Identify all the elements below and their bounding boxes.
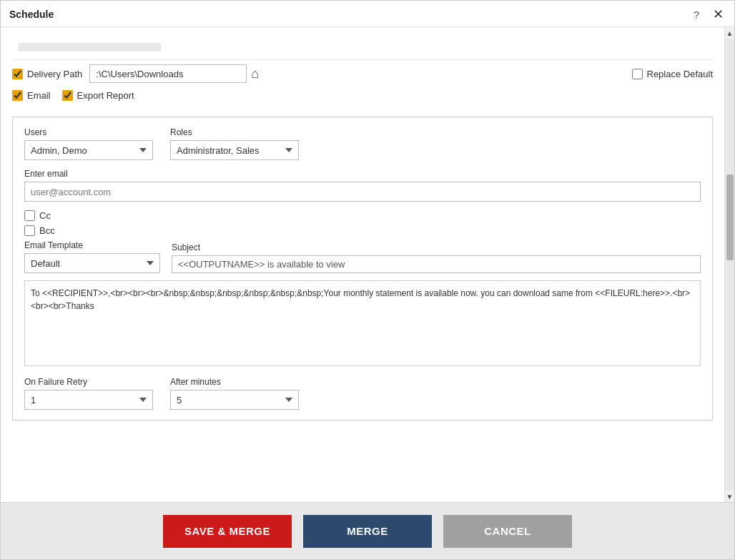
cc-checkbox[interactable] [24,210,35,221]
help-icon[interactable]: ? [689,6,704,22]
subject-label: Subject [172,242,701,252]
email-checkbox-label[interactable]: Email [12,90,51,101]
main-area: Delivery Path ⌂ Replace Default [1,27,734,502]
merge-button[interactable]: MERGE [303,515,432,548]
email-template-label: Email Template [24,240,160,250]
close-button[interactable]: ✕ [710,6,726,22]
content-spacer [1,426,724,502]
on-failure-retry-select[interactable]: 1 2 3 [24,390,153,410]
dialog-title: Schedule [9,9,54,20]
footer: SAVE & MERGE MERGE CANCEL [1,502,734,559]
email-checkbox[interactable] [12,90,23,101]
on-failure-retry-group: On Failure Retry 1 2 3 [24,377,153,410]
export-report-checkbox[interactable] [62,90,73,101]
bcc-label: Bcc [39,225,55,236]
home-icon[interactable]: ⌂ [251,67,259,82]
after-minutes-select[interactable]: 5 10 15 30 [170,390,299,410]
delivery-path-checkbox-label[interactable]: Delivery Path [12,69,82,79]
scrollable-content: Delivery Path ⌂ Replace Default [1,27,724,502]
bcc-checkbox[interactable] [24,225,35,236]
users-group: Users Admin, Demo [24,127,153,160]
scrolled-row [12,34,713,60]
email-export-row: Email Export Report [12,87,713,105]
template-subject-row: Email Template Default Subject [24,240,701,273]
scrollbar: ▲ ▼ [724,27,734,502]
scroll-thumb[interactable] [726,175,734,260]
replace-default-checkbox[interactable] [632,69,643,79]
enter-email-label: Enter email [24,169,701,179]
delivery-path-row: Delivery Path ⌂ Replace Default [12,60,713,87]
email-template-group: Email Template Default [24,240,160,273]
after-minutes-group: After minutes 5 10 15 30 [170,377,299,410]
on-failure-retry-label: On Failure Retry [24,377,153,387]
roles-select[interactable]: Administrator, Sales [170,140,299,160]
save-merge-button[interactable]: SAVE & MERGE [163,515,292,548]
subject-group: Subject [172,242,701,273]
roles-group: Roles Administrator, Sales [170,127,299,160]
enter-email-group: Enter email [24,169,701,202]
scroll-track[interactable] [725,39,735,491]
delivery-path-input[interactable] [89,64,247,83]
retry-row: On Failure Retry 1 2 3 After minutes 5 1… [24,377,701,410]
top-section: Delivery Path ⌂ Replace Default [1,27,724,111]
title-bar: Schedule ? ✕ [1,1,734,27]
form-card: Users Admin, Demo Roles Administrator, S… [12,117,713,421]
replace-default-wrap: Replace Default [632,69,714,79]
scrolled-placeholder [18,43,161,51]
bcc-checkbox-label[interactable]: Bcc [24,225,701,236]
replace-default-label: Replace Default [647,69,714,79]
delivery-path-label: Delivery Path [27,69,82,79]
export-report-checkbox-label[interactable]: Export Report [62,90,134,101]
subject-input[interactable] [172,255,701,273]
after-minutes-label: After minutes [170,377,299,387]
roles-label: Roles [170,127,299,137]
path-input-wrap: ⌂ [89,64,624,83]
delivery-path-checkbox[interactable] [12,69,23,79]
cc-label: Cc [39,210,51,221]
scroll-down-arrow[interactable]: ▼ [725,491,735,502]
users-label: Users [24,127,153,137]
users-roles-row: Users Admin, Demo Roles Administrator, S… [24,127,701,160]
email-label: Email [27,90,51,101]
scroll-up-arrow[interactable]: ▲ [725,27,735,39]
export-report-label: Export Report [77,90,134,101]
body-textarea[interactable]: To <<RECIPIENT>>,<br><br> <br>&nbsp;&nbs… [24,280,701,366]
title-bar-icons: ? ✕ [689,6,726,22]
users-select[interactable]: Admin, Demo [24,140,153,160]
schedule-dialog: Schedule ? ✕ Delivery [0,0,735,560]
email-template-select[interactable]: Default [24,253,160,273]
cc-checkbox-label[interactable]: Cc [24,210,701,221]
cancel-button[interactable]: CANCEL [443,515,572,548]
enter-email-input[interactable] [24,182,701,202]
